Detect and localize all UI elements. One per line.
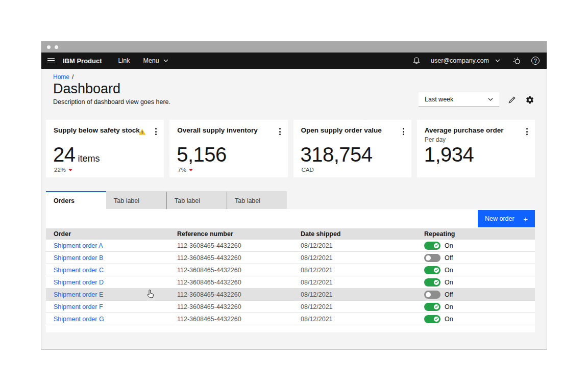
hamburger-icon[interactable] <box>41 53 62 69</box>
card-delta: 7% <box>178 167 193 173</box>
overflow-menu-icon[interactable] <box>525 127 529 136</box>
tab-label-2[interactable]: Tab label <box>166 191 227 209</box>
user-email: user@company.com <box>431 57 489 64</box>
nav-menu[interactable]: Menu <box>143 57 168 64</box>
overflow-menu-icon[interactable] <box>154 127 158 136</box>
column-header-repeating[interactable]: Repeating <box>416 230 535 238</box>
table-header-row: Order Reference number Date shipped Repe… <box>46 228 535 240</box>
metric-cards: Supply below safety stock 24items 22% Ov… <box>46 120 535 177</box>
table-body: Shipment order A 112-3608465-4432260 08/… <box>46 240 535 325</box>
date-cell: 08/12/2021 <box>293 242 416 249</box>
card-unit: items <box>78 153 100 164</box>
reference-cell: 112-3608465-4432260 <box>169 242 293 249</box>
date-cell: 08/12/2021 <box>293 316 416 323</box>
card-subtitle: Per day <box>425 136 529 143</box>
table-row[interactable]: Shipment order A 112-3608465-4432260 08/… <box>46 240 535 252</box>
page-controls: Last week <box>419 92 535 107</box>
nav-menu-label: Menu <box>143 57 159 64</box>
breadcrumb: Home/ <box>53 73 74 81</box>
card-value: 5,156 <box>177 143 227 166</box>
tab-label-1[interactable]: Tab label <box>106 191 166 209</box>
metric-card-supply-below-safety-stock: Supply below safety stock 24items 22% <box>46 120 164 177</box>
column-header-order[interactable]: Order <box>46 230 169 238</box>
toggle-label: On <box>445 316 453 323</box>
light-icon[interactable] <box>512 57 521 65</box>
column-header-reference[interactable]: Reference number <box>169 230 293 238</box>
overflow-menu-icon[interactable] <box>402 127 405 136</box>
edit-icon[interactable] <box>507 95 517 105</box>
bell-icon[interactable] <box>412 57 421 65</box>
order-link[interactable]: Shipment order B <box>54 254 103 262</box>
reference-cell: 112-3608465-4432260 <box>169 291 293 298</box>
page-description: Description of dashboard view goes here. <box>53 98 170 106</box>
reference-cell: 112-3608465-4432260 <box>169 279 293 286</box>
toggle-label: On <box>445 267 453 274</box>
tab-label-3[interactable]: Tab label <box>227 191 287 209</box>
table-row[interactable]: Shipment order F 112-3608465-4432260 08/… <box>46 301 535 313</box>
window-control-dot[interactable] <box>55 45 58 49</box>
warning-icon <box>138 128 146 135</box>
card-title: Average purchase order <box>425 126 529 134</box>
table-row[interactable]: Shipment order B 112-3608465-4432260 08/… <box>46 252 535 264</box>
period-select-value: Last week <box>425 96 453 103</box>
breadcrumb-separator: / <box>72 73 74 81</box>
reference-cell: 112-3608465-4432260 <box>169 254 293 262</box>
toggle-label: Off <box>445 291 453 298</box>
repeating-toggle[interactable] <box>424 242 440 250</box>
metric-card-open-supply-order-value: Open supply order value 318,754 CAD <box>293 120 411 177</box>
repeating-toggle[interactable] <box>424 278 440 286</box>
table-row-hovered[interactable]: Shipment order E 112-3608465-4432260 08/… <box>46 289 535 301</box>
order-link[interactable]: Shipment order E <box>54 291 103 298</box>
card-currency: CAD <box>302 167 314 173</box>
browser-window: IBM Product Link Menu user@company.com ? <box>41 41 547 350</box>
order-link[interactable]: Shipment order A <box>54 242 103 249</box>
table-row[interactable]: Shipment order G 112-3608465-4432260 08/… <box>46 313 535 325</box>
user-menu[interactable]: user@company.com <box>431 57 500 64</box>
toggle-label: Off <box>445 254 453 262</box>
trend-down-icon <box>68 169 72 171</box>
table-row[interactable]: Shipment order C 112-3608465-4432260 08/… <box>46 264 535 276</box>
table-row[interactable]: Shipment order D 112-3608465-4432260 08/… <box>46 276 535 289</box>
order-link[interactable]: Shipment order G <box>54 316 104 323</box>
help-icon[interactable]: ? <box>531 57 540 65</box>
chevron-down-icon <box>163 59 168 62</box>
tab-orders[interactable]: Orders <box>46 191 106 209</box>
date-cell: 08/12/2021 <box>293 279 416 286</box>
trend-down-icon <box>189 169 193 171</box>
app-title: IBM Product <box>63 57 102 65</box>
reference-cell: 112-3608465-4432260 <box>169 316 293 323</box>
order-link[interactable]: Shipment order C <box>54 267 104 274</box>
repeating-toggle[interactable] <box>424 303 440 311</box>
reference-cell: 112-3608465-4432260 <box>169 303 293 310</box>
order-link[interactable]: Shipment order D <box>54 279 104 286</box>
breadcrumb-home-link[interactable]: Home <box>53 73 69 81</box>
metric-card-overall-supply-inventory: Overall supply inventory 5,156 7% <box>169 120 287 177</box>
card-title: Open supply order value <box>301 126 405 134</box>
metric-card-average-purchase-order: Average purchase order Per day 1,934 <box>417 120 535 177</box>
orders-table: New order + Order Reference number Date … <box>46 209 535 332</box>
repeating-toggle[interactable] <box>424 315 440 323</box>
chevron-down-icon <box>488 98 493 101</box>
card-value: 1,934 <box>424 143 474 166</box>
repeating-toggle[interactable] <box>424 291 440 299</box>
card-value: 24items <box>53 143 100 166</box>
page-title: Dashboard <box>53 81 120 97</box>
toggle-label: On <box>445 279 453 286</box>
card-delta: 22% <box>54 167 72 173</box>
nav-link[interactable]: Link <box>118 57 130 64</box>
column-header-date[interactable]: Date shipped <box>293 230 416 238</box>
chevron-down-icon <box>495 59 500 62</box>
repeating-toggle[interactable] <box>424 266 440 274</box>
settings-icon[interactable] <box>525 95 535 105</box>
toggle-label: On <box>445 303 453 310</box>
order-link[interactable]: Shipment order F <box>54 303 103 310</box>
new-order-button[interactable]: New order + <box>478 210 535 227</box>
app-header: IBM Product Link Menu user@company.com ? <box>41 53 547 69</box>
window-titlebar <box>41 41 547 53</box>
new-order-label: New order <box>485 215 514 222</box>
overflow-menu-icon[interactable] <box>278 127 282 136</box>
period-select[interactable]: Last week <box>419 92 499 107</box>
window-control-dot[interactable] <box>47 45 51 49</box>
repeating-toggle[interactable] <box>424 254 440 262</box>
date-cell: 08/12/2021 <box>293 254 416 262</box>
